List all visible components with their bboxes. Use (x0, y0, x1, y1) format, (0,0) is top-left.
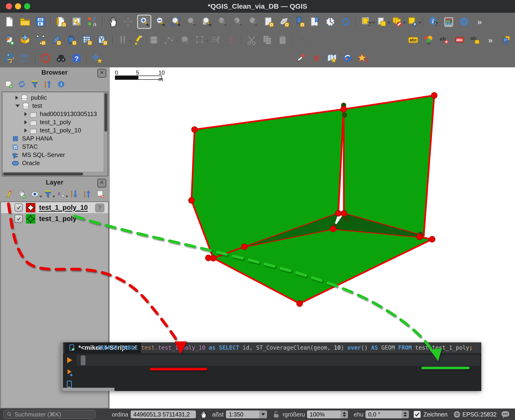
filter-by-expression-dropdown-icon[interactable] (66, 196, 68, 198)
digitize-with-segment-button[interactable] (163, 34, 176, 46)
layer-styling-panel-button[interactable]: A (500, 34, 512, 46)
rotation-spinner-arrows[interactable] (401, 410, 409, 418)
lock-icon[interactable] (273, 411, 279, 418)
tree-expander-icon[interactable] (24, 128, 27, 133)
options-button[interactable] (458, 15, 470, 28)
messages-icon[interactable] (501, 410, 510, 418)
refresh-browser-button[interactable] (17, 79, 27, 89)
layer-labeling-options-button[interactable]: abc (407, 34, 420, 46)
zoom-to-selection-button[interactable] (185, 15, 198, 28)
project-new-button[interactable] (3, 15, 16, 28)
browser-tree-item-stac[interactable]: STAC (2, 143, 108, 151)
highlight-pinned-labels-button[interactable]: abc (453, 34, 466, 46)
delete-selected-button[interactable] (225, 34, 237, 46)
expand-all-button[interactable] (69, 189, 79, 199)
layer-visibility-checkbox[interactable] (15, 215, 23, 223)
select-features-dropdown-icon[interactable] (372, 22, 375, 24)
zoom-to-layer-button[interactable] (200, 15, 213, 28)
collapse-all-button[interactable] (43, 79, 53, 89)
new-spatial-bookmark-button[interactable] (293, 15, 306, 28)
add-mssql-layer-button[interactable] (65, 34, 78, 46)
crs-globe-icon[interactable] (453, 411, 461, 418)
browser-vertical-scrollbar[interactable] (104, 92, 108, 176)
statistical-summary-button[interactable] (442, 15, 455, 28)
zoom-native-button[interactable]: 1:1 (216, 15, 229, 28)
globe-plugin-button[interactable] (341, 52, 354, 65)
metasearch-button[interactable] (39, 52, 52, 65)
zoom-in-button[interactable] (137, 15, 151, 29)
copy-features-button[interactable] (261, 34, 273, 46)
color-picker-plugin-button[interactable] (295, 52, 307, 65)
add-vector-layer-button[interactable] (19, 34, 31, 46)
project-open-button[interactable] (19, 15, 31, 28)
browser-tree-item-public[interactable]: public (2, 94, 108, 102)
script-window-resize-handle[interactable] (61, 342, 63, 391)
browser-tree-item-test[interactable]: test (2, 102, 108, 110)
layout-manager-button[interactable] (70, 15, 83, 28)
new-map-view-button[interactable] (262, 15, 275, 28)
layer-visibility-checkbox[interactable] (15, 203, 23, 212)
paste-features-button[interactable] (276, 34, 289, 46)
open-layer-styling-button[interactable] (4, 189, 14, 199)
zoom-full-button[interactable] (169, 15, 182, 28)
osm-ai-plugin-button[interactable]: OSMAI (19, 52, 31, 65)
browser-panel-close-icon[interactable]: × (97, 69, 106, 78)
layer-diagram-options-button[interactable]: ab (422, 34, 435, 46)
identify-features-button[interactable]: i (427, 15, 440, 28)
numbering-plugin-button[interactable]: # (310, 52, 323, 65)
pan-map-button[interactable] (106, 15, 119, 28)
project-save-button[interactable] (34, 15, 47, 28)
plugin-search-button[interactable] (55, 52, 67, 65)
processing-modeler-button[interactable] (91, 52, 103, 65)
digitize-shape-button[interactable] (178, 34, 191, 46)
magnifier-spinner-arrows[interactable] (341, 410, 348, 418)
browser-tree-item-test-1-poly-10[interactable]: test_1_poly_10 (2, 126, 108, 135)
tree-expander-icon[interactable] (15, 105, 20, 107)
browser-tree-item-sap-hana[interactable]: SAP HANA (2, 135, 108, 143)
browser-tree-item-test-1-poly[interactable]: test_1_poly (2, 118, 108, 126)
add-selected-layers-button[interactable] (4, 79, 14, 89)
remove-layer-group-button[interactable] (95, 189, 105, 199)
select-by-value-dropdown-icon[interactable] (387, 22, 391, 24)
vertex-tool-dropdown-icon[interactable] (206, 40, 209, 42)
magnifier-spinner[interactable]: 100% (307, 410, 349, 419)
cut-features-button[interactable] (245, 34, 258, 46)
coordinate-input[interactable]: 4496051,3 5711431,2 (130, 410, 196, 419)
browser-tree-item-oracle[interactable]: Oracle (2, 159, 108, 167)
vertex-tool-button[interactable] (194, 34, 207, 46)
browser-tree-item-ms-sql-server[interactable]: MS SQL-Server (2, 151, 108, 159)
tree-expander-icon[interactable] (15, 96, 18, 100)
select-by-location-button[interactable] (406, 15, 419, 28)
add-raster-layer-button[interactable] (81, 34, 93, 46)
sql-code-line[interactable]: CREATE TABLE test.test_1_poly_10 as SELE… (97, 342, 473, 353)
layer-notification-badge[interactable]: ? (95, 203, 104, 212)
layer-item-test_1_poly[interactable]: test_1_poly (1, 213, 108, 224)
rotation-spinner[interactable]: 0,0 ° (365, 410, 409, 419)
scale-combo-arrow-icon[interactable] (259, 410, 267, 418)
zoom-last-button[interactable] (231, 15, 244, 28)
temporal-controller-button[interactable] (324, 15, 337, 28)
tree-expander-icon[interactable] (24, 112, 27, 116)
modify-attributes-button[interactable] (209, 34, 222, 46)
new-print-layout-button[interactable] (55, 15, 67, 28)
pan-to-selection-button[interactable] (122, 15, 134, 28)
deselect-features-dropdown-icon[interactable] (403, 22, 406, 24)
redo-button[interactable] (312, 34, 325, 46)
move-label-diagram-button[interactable]: ab (469, 34, 481, 46)
python-console-button[interactable] (3, 52, 16, 65)
manage-map-themes-button[interactable] (30, 189, 40, 199)
show-properties-widget-button[interactable]: i (56, 79, 66, 89)
extent-hand-icon[interactable] (199, 410, 207, 419)
browser-tree-item-had00019130305113[interactable]: had00019130305113 (2, 110, 108, 118)
alert-plugin-button[interactable]: ! (356, 52, 369, 65)
data-source-manager-button[interactable] (3, 34, 16, 46)
browser-tree[interactable]: publictesthad00019130305113test_1_polyte… (2, 92, 108, 176)
save-layer-edits-button[interactable] (147, 34, 160, 46)
select-by-value-button[interactable] (376, 15, 388, 28)
style-manager-button[interactable]: a (86, 15, 98, 28)
zoom-out-button[interactable] (154, 15, 167, 28)
select-features-button[interactable] (360, 15, 373, 28)
layer-item-test_1_poly_10[interactable]: test_1_poly_10? (1, 202, 108, 213)
run-script-button[interactable] (64, 355, 75, 365)
add-postgis-layer-button[interactable] (34, 34, 47, 46)
